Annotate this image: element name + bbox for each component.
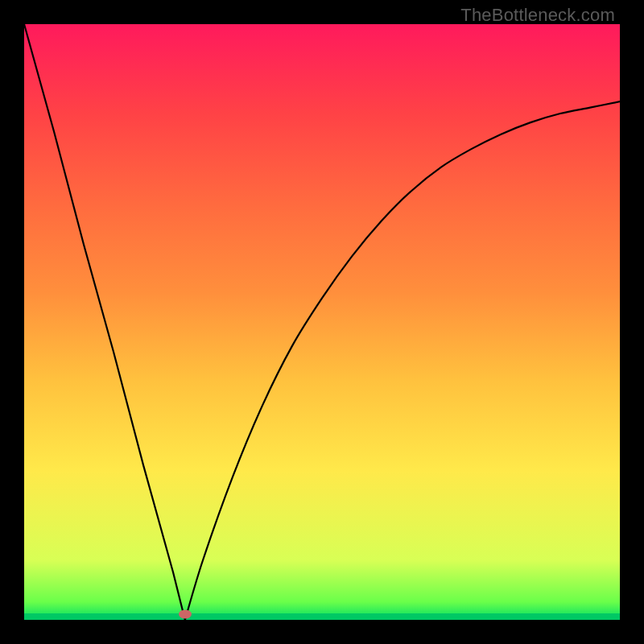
- curve-path: [24, 24, 620, 620]
- chart-frame: TheBottleneck.com: [0, 0, 644, 644]
- curve-svg: [24, 24, 620, 620]
- plot-area: [24, 24, 620, 620]
- watermark-text: TheBottleneck.com: [460, 5, 615, 26]
- minimum-marker: [179, 609, 192, 618]
